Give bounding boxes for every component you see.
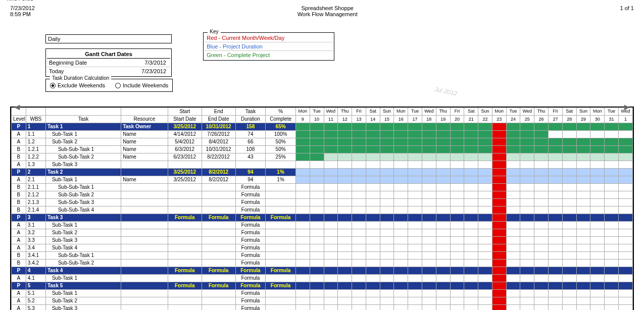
gantt-cell[interactable] (549, 259, 563, 267)
gantt-cell[interactable] (324, 267, 338, 274)
gantt-cell[interactable] (576, 130, 590, 138)
gantt-cell[interactable] (506, 130, 520, 138)
gantt-cell[interactable] (492, 259, 506, 267)
gantt-cell[interactable] (464, 168, 478, 176)
gantt-cell[interactable] (352, 130, 366, 138)
cell[interactable]: Formula (266, 282, 296, 289)
gantt-cell[interactable] (464, 206, 478, 214)
gantt-cell[interactable] (422, 153, 436, 161)
gantt-cell[interactable] (295, 282, 310, 289)
cell[interactable] (266, 304, 296, 310)
gantt-cell[interactable] (605, 229, 619, 236)
gantt-cell[interactable] (618, 198, 632, 206)
gantt-cell[interactable] (478, 289, 492, 297)
gantt-cell[interactable] (464, 236, 478, 244)
gantt-cell[interactable] (464, 214, 478, 221)
cell[interactable]: Sub-Task 3 (45, 236, 121, 244)
gantt-cell[interactable] (562, 198, 576, 206)
gantt-cell[interactable] (549, 176, 563, 183)
gantt-cell[interactable] (506, 153, 520, 161)
gantt-cell[interactable] (295, 183, 310, 191)
gantt-cell[interactable] (478, 259, 492, 267)
cell[interactable]: 100% (266, 130, 296, 138)
cell[interactable]: 4/14/2012 (168, 130, 202, 138)
gantt-cell[interactable] (520, 259, 534, 267)
gantt-cell[interactable] (310, 251, 324, 259)
cell[interactable] (168, 259, 202, 267)
gantt-cell[interactable] (492, 123, 506, 130)
gantt-cell[interactable] (352, 229, 366, 236)
gantt-cell[interactable] (478, 214, 492, 221)
cell[interactable]: Task 4 (45, 267, 121, 274)
cell[interactable]: 74 (235, 130, 266, 138)
gantt-cell[interactable] (562, 145, 576, 153)
gantt-cell[interactable] (436, 130, 450, 138)
gantt-cell[interactable] (295, 198, 310, 206)
gantt-cell[interactable] (562, 289, 576, 297)
gantt-cell[interactable] (338, 176, 352, 183)
gantt-cell[interactable] (605, 244, 619, 251)
gantt-cell[interactable] (520, 289, 534, 297)
cell[interactable]: 1 (26, 123, 45, 130)
gantt-cell[interactable] (464, 289, 478, 297)
gantt-cell[interactable] (324, 274, 338, 282)
gantt-cell[interactable] (436, 183, 450, 191)
gantt-cell[interactable] (618, 161, 632, 168)
gantt-cell[interactable] (408, 251, 422, 259)
cell[interactable]: Formula (235, 214, 266, 221)
gantt-cell[interactable] (310, 161, 324, 168)
gantt-cell[interactable] (562, 229, 576, 236)
nav-left-icon[interactable]: ◄ (13, 102, 22, 113)
table-row[interactable]: P2Task 23/25/20128/2/2012941% (12, 168, 633, 176)
gantt-cell[interactable] (478, 282, 492, 289)
cell[interactable]: 66 (235, 138, 266, 145)
cell[interactable] (202, 304, 235, 310)
gantt-cell[interactable] (520, 138, 534, 145)
gantt-cell[interactable] (366, 130, 380, 138)
gantt-cell[interactable] (464, 267, 478, 274)
gantt-cell[interactable] (352, 183, 366, 191)
gantt-cell[interactable] (394, 130, 408, 138)
gantt-cell[interactable] (394, 176, 408, 183)
gantt-cell[interactable] (380, 274, 394, 282)
gantt-cell[interactable] (562, 282, 576, 289)
gantt-cell[interactable] (534, 274, 549, 282)
gantt-cell[interactable] (295, 191, 310, 198)
cell[interactable]: A (12, 304, 26, 310)
gantt-cell[interactable] (310, 244, 324, 251)
gantt-cell[interactable] (590, 214, 605, 221)
cell[interactable]: A (12, 161, 26, 168)
gantt-cell[interactable] (618, 282, 632, 289)
gantt-cell[interactable] (492, 304, 506, 310)
gantt-cell[interactable] (324, 304, 338, 310)
gantt-cell[interactable] (422, 123, 436, 130)
cell[interactable]: P (12, 168, 26, 176)
cell[interactable]: Formula (168, 282, 202, 289)
gantt-cell[interactable] (450, 161, 464, 168)
cell[interactable]: P (12, 282, 26, 289)
gantt-cell[interactable] (380, 267, 394, 274)
gantt-cell[interactable] (450, 274, 464, 282)
cell[interactable]: Sub-Task 4 (45, 244, 121, 251)
gantt-cell[interactable] (310, 130, 324, 138)
gantt-cell[interactable] (436, 138, 450, 145)
gantt-cell[interactable] (464, 191, 478, 198)
table-row[interactable]: A5.1Sub-Task 1Formula (12, 289, 633, 297)
cell[interactable]: 5 (26, 282, 45, 289)
cell[interactable] (202, 229, 235, 236)
gantt-cell[interactable] (549, 289, 563, 297)
gantt-cell[interactable] (605, 130, 619, 138)
cell[interactable]: 158 (235, 123, 266, 130)
gantt-cell[interactable] (534, 153, 549, 161)
gantt-cell[interactable] (562, 214, 576, 221)
gantt-cell[interactable] (408, 206, 422, 214)
gantt-cell[interactable] (408, 282, 422, 289)
cell[interactable]: Sub-Sub-Task 2 (45, 153, 121, 161)
gantt-cell[interactable] (590, 267, 605, 274)
cell[interactable] (121, 289, 168, 297)
gantt-cell[interactable] (492, 251, 506, 259)
gantt-cell[interactable] (506, 191, 520, 198)
cell[interactable]: Sub-Task 1 (45, 176, 121, 183)
gantt-cell[interactable] (310, 176, 324, 183)
gantt-cell[interactable] (310, 168, 324, 176)
